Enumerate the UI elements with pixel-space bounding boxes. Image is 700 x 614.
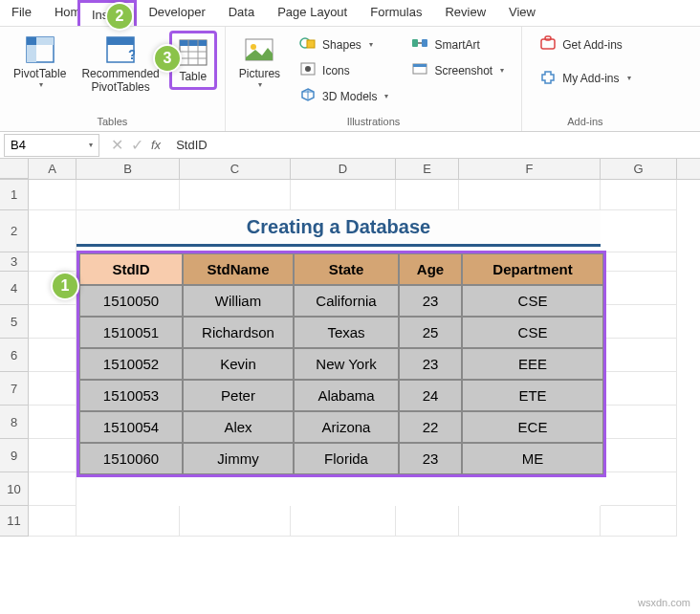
cell[interactable]	[77, 506, 180, 537]
menu-formulas[interactable]: Formulas	[359, 0, 433, 26]
menu-view[interactable]: View	[497, 0, 547, 26]
cell[interactable]	[601, 180, 677, 210]
table-cell[interactable]: ECE	[462, 411, 603, 443]
cell[interactable]	[180, 180, 291, 210]
table-header-age[interactable]: Age	[399, 253, 462, 285]
table-cell[interactable]: New York	[294, 348, 399, 380]
row-header-7[interactable]: 7	[0, 372, 29, 406]
cell[interactable]	[29, 210, 77, 252]
name-box[interactable]: B4 ▾	[4, 134, 99, 157]
cell[interactable]	[601, 339, 677, 372]
cell[interactable]	[601, 439, 677, 472]
menu-file[interactable]: File	[0, 0, 43, 26]
cancel-icon[interactable]: ✕	[111, 136, 123, 154]
pivottable-button[interactable]: PivotTable ▾	[8, 31, 72, 93]
table-cell[interactable]: 24	[399, 380, 462, 411]
cell[interactable]	[29, 252, 77, 272]
table-header-department[interactable]: Department	[462, 253, 603, 285]
cell[interactable]	[601, 506, 677, 537]
table-cell[interactable]: William	[183, 285, 294, 317]
table-cell[interactable]: ETE	[462, 380, 603, 411]
screenshot-button[interactable]: Screenshot ▾	[405, 58, 510, 82]
row-header-8[interactable]: 8	[0, 406, 29, 439]
table-cell[interactable]: 1510053	[79, 380, 183, 411]
table-cell[interactable]: 22	[399, 411, 462, 443]
row-header-1[interactable]: 1	[0, 180, 29, 210]
cell[interactable]	[396, 506, 459, 537]
table-header-state[interactable]: State	[294, 253, 399, 285]
col-header-D[interactable]: D	[291, 159, 396, 179]
cell[interactable]	[601, 272, 677, 305]
row-header-3[interactable]: 3	[0, 252, 29, 272]
shapes-button[interactable]: Shapes ▾	[294, 33, 394, 56]
col-header-C[interactable]: C	[180, 159, 291, 179]
row-header-6[interactable]: 6	[0, 339, 29, 372]
table-header-stdname[interactable]: StdName	[183, 253, 294, 285]
cell[interactable]	[601, 372, 677, 406]
table-cell[interactable]: 1510060	[79, 443, 183, 474]
table-cell[interactable]: Jimmy	[183, 443, 294, 474]
row-header-11[interactable]: 11	[0, 506, 29, 537]
row-header-2[interactable]: 2	[0, 210, 29, 252]
menu-home[interactable]: Home	[43, 0, 77, 26]
cell[interactable]	[29, 406, 77, 439]
cell[interactable]	[291, 506, 396, 537]
row-header-5[interactable]: 5	[0, 305, 29, 339]
formula-input[interactable]: StdID	[168, 138, 700, 152]
cell[interactable]	[291, 180, 396, 210]
row-header-10[interactable]: 10	[0, 472, 29, 506]
select-all-corner[interactable]	[0, 159, 29, 179]
get-addins-button[interactable]: Get Add-ins	[534, 33, 636, 56]
table-cell[interactable]: 23	[399, 285, 462, 317]
table-cell[interactable]: Alex	[183, 411, 294, 443]
my-addins-button[interactable]: My Add-ins ▾	[534, 66, 636, 90]
col-header-F[interactable]: F	[459, 159, 601, 179]
cell[interactable]	[601, 210, 677, 252]
table-cell[interactable]: 23	[399, 443, 462, 474]
table-cell[interactable]: 1510051	[79, 317, 183, 348]
menu-page-layout[interactable]: Page Layout	[266, 0, 359, 26]
table-cell[interactable]: 23	[399, 348, 462, 380]
dropdown-caret-icon[interactable]: ▾	[89, 141, 93, 149]
icons-button[interactable]: Icons	[294, 58, 394, 82]
table-cell[interactable]: ME	[462, 443, 603, 474]
cell[interactable]	[601, 472, 677, 506]
table-cell[interactable]: 1510052	[79, 348, 183, 380]
table-cell[interactable]: CSE	[462, 317, 603, 348]
smartart-button[interactable]: SmartArt	[405, 33, 510, 56]
cell[interactable]	[29, 339, 77, 372]
table-header-stdid[interactable]: StdID	[79, 253, 183, 285]
col-header-A[interactable]: A	[29, 159, 77, 179]
fx-button[interactable]: fx	[151, 138, 161, 152]
cell[interactable]	[459, 506, 601, 537]
3d-models-button[interactable]: 3D Models ▾	[294, 84, 394, 108]
table-cell[interactable]: Peter	[183, 380, 294, 411]
cell[interactable]	[601, 305, 677, 339]
cell[interactable]	[29, 506, 77, 537]
col-header-G[interactable]: G	[601, 159, 677, 179]
table-cell[interactable]: Alabama	[294, 380, 399, 411]
table-cell[interactable]: California	[294, 285, 399, 317]
table-cell[interactable]: EEE	[462, 348, 603, 380]
table-cell[interactable]: CSE	[462, 285, 603, 317]
row-header-9[interactable]: 9	[0, 439, 29, 472]
cell[interactable]	[601, 406, 677, 439]
cell[interactable]	[29, 472, 77, 506]
cell[interactable]	[601, 252, 677, 272]
row-header-4[interactable]: 4	[0, 272, 29, 305]
col-header-E[interactable]: E	[396, 159, 459, 179]
cell[interactable]	[396, 180, 459, 210]
table-cell[interactable]: 25	[399, 317, 462, 348]
table-cell[interactable]: Arizona	[294, 411, 399, 443]
cell[interactable]	[29, 372, 77, 406]
cell[interactable]	[459, 180, 601, 210]
table-cell[interactable]: Richardson	[183, 317, 294, 348]
table-cell[interactable]: Kevin	[183, 348, 294, 380]
cell[interactable]	[180, 506, 291, 537]
cell[interactable]	[29, 305, 77, 339]
table-cell[interactable]: 1510054	[79, 411, 183, 443]
menu-data[interactable]: Data	[217, 0, 266, 26]
cell[interactable]	[29, 180, 77, 210]
pictures-button[interactable]: Pictures ▾	[233, 31, 286, 93]
table-cell[interactable]: 1510050	[79, 285, 183, 317]
